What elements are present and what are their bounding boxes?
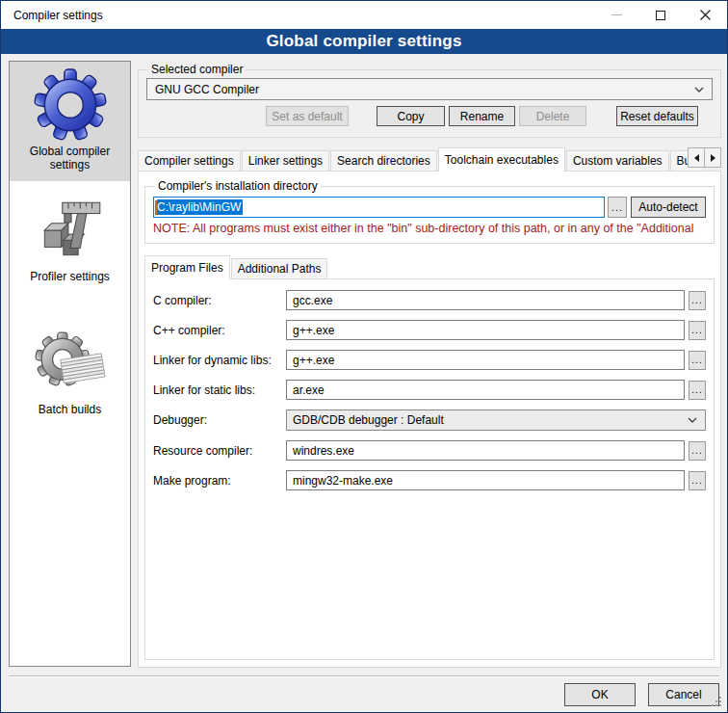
- tab-scroll-left-button[interactable]: [688, 147, 705, 168]
- debugger-select[interactable]: GDB/CDB debugger : Default: [286, 409, 706, 431]
- cpp-compiler-input[interactable]: g++.exe: [286, 320, 685, 340]
- sidebar-item-label: Global compiler settings: [13, 145, 126, 172]
- c-compiler-browse-button[interactable]: ...: [689, 291, 706, 310]
- chevron-down-icon: [694, 87, 704, 92]
- ok-button[interactable]: OK: [564, 683, 636, 706]
- browse-directory-button[interactable]: ...: [608, 197, 627, 218]
- auto-detect-button[interactable]: Auto-detect: [631, 197, 706, 218]
- window-title: Compiler settings: [1, 9, 103, 22]
- sidebar-item-label: Batch builds: [13, 403, 126, 416]
- tab-custom-variables[interactable]: Custom variables: [566, 150, 669, 171]
- make-program-input[interactable]: mingw32-make.exe: [286, 470, 685, 490]
- minimize-icon: [611, 14, 622, 15]
- close-button[interactable]: [683, 1, 727, 29]
- make-program-browse-button[interactable]: ...: [689, 471, 706, 490]
- field-label: Resource compiler:: [153, 444, 286, 458]
- minimize-button[interactable]: [594, 1, 638, 29]
- program-tabs: Program Files Additional Paths: [144, 254, 715, 278]
- tab-compiler-settings[interactable]: Compiler settings: [138, 150, 241, 171]
- c-compiler-input[interactable]: gcc.exe: [286, 290, 685, 310]
- linker-dynamic-browse-button[interactable]: ...: [689, 351, 706, 370]
- c-compiler-row: C compiler: gcc.exe ...: [153, 290, 706, 310]
- field-value: ar.exe: [293, 383, 325, 397]
- installation-directory-group-label: Compiler's installation directory: [155, 179, 321, 193]
- tab-scroll-arrows: [688, 147, 721, 168]
- cpp-compiler-row: C++ compiler: g++.exe ...: [153, 320, 706, 340]
- sidebar-item-global-compiler-settings[interactable]: Global compiler settings: [10, 62, 130, 181]
- debugger-select-value: GDB/CDB debugger : Default: [293, 413, 444, 427]
- debugger-row: Debugger: GDB/CDB debugger : Default: [153, 409, 706, 431]
- bin-subdirectory-note: NOTE: All programs must exist either in …: [153, 222, 706, 235]
- compiler-select[interactable]: GNU GCC Compiler: [146, 78, 713, 100]
- settings-category-list: Global compiler settings: [9, 61, 131, 667]
- field-label: C compiler:: [153, 294, 286, 307]
- arrow-left-icon: [694, 154, 699, 162]
- arrow-right-icon: [711, 154, 715, 162]
- tab-scroll-right-button[interactable]: [704, 147, 721, 168]
- tab-additional-paths[interactable]: Additional Paths: [231, 258, 328, 278]
- tab-search-directories[interactable]: Search directories: [330, 150, 437, 171]
- installation-directory-group: Compiler's installation directory C:\ray…: [144, 179, 715, 244]
- titlebar: Compiler settings: [1, 1, 727, 29]
- installation-directory-row: C:\raylib\MinGW ... Auto-detect: [153, 197, 706, 218]
- linker-static-row: Linker for static libs: ar.exe ...: [153, 380, 706, 400]
- cpp-compiler-browse-button[interactable]: ...: [689, 321, 706, 340]
- field-value: g++.exe: [293, 324, 334, 337]
- installation-directory-input[interactable]: C:\raylib\MinGW: [153, 197, 605, 218]
- compiler-buttons-row: Set as default Copy Rename Delete Reset …: [146, 106, 713, 126]
- cancel-button[interactable]: Cancel: [648, 683, 719, 706]
- reset-defaults-button[interactable]: Reset defaults: [616, 106, 698, 126]
- copy-button[interactable]: Copy: [377, 106, 445, 126]
- maximize-icon: [656, 11, 665, 20]
- dialog-banner: Global compiler settings: [1, 29, 727, 54]
- program-files-page: C compiler: gcc.exe ... C++ compiler: g+…: [144, 278, 715, 660]
- field-label: Linker for static libs:: [153, 383, 286, 397]
- field-value: mingw32-make.exe: [293, 474, 393, 488]
- field-value: gcc.exe: [293, 294, 332, 307]
- maximize-button[interactable]: [638, 1, 683, 29]
- gray-gear-stack-icon: [33, 326, 108, 401]
- tab-toolchain-executables[interactable]: Toolchain executables: [438, 147, 565, 172]
- set-as-default-button[interactable]: Set as default: [266, 106, 349, 126]
- installation-directory-value: C:\raylib\MinGW: [157, 199, 243, 215]
- resource-compiler-input[interactable]: windres.exe: [286, 440, 685, 461]
- compiler-select-value: GNU GCC Compiler: [155, 83, 259, 96]
- delete-button[interactable]: Delete: [519, 106, 586, 126]
- resource-compiler-browse-button[interactable]: ...: [689, 441, 706, 461]
- field-label: Debugger:: [153, 413, 286, 427]
- footer-divider: [9, 675, 719, 677]
- selected-compiler-group: Selected compiler GNU GCC Compiler Set a…: [138, 63, 721, 138]
- field-value: windres.exe: [293, 444, 354, 458]
- settings-tabs: Compiler settings Linker settings Search…: [138, 146, 721, 171]
- linker-dynamic-input[interactable]: g++.exe: [286, 350, 685, 370]
- close-icon: [700, 10, 711, 20]
- sidebar-item-profiler-settings[interactable]: Profiler settings: [10, 187, 130, 293]
- resource-compiler-row: Resource compiler: windres.exe ...: [153, 440, 706, 461]
- rename-button[interactable]: Rename: [449, 106, 515, 126]
- field-value: g++.exe: [293, 354, 334, 367]
- toolchain-executables-page: Compiler's installation directory C:\ray…: [138, 171, 721, 668]
- linker-static-browse-button[interactable]: ...: [689, 381, 706, 400]
- field-label: Make program:: [153, 474, 286, 488]
- main-panel: Selected compiler GNU GCC Compiler Set a…: [138, 61, 721, 667]
- tab-program-files[interactable]: Program Files: [144, 255, 230, 279]
- linker-static-input[interactable]: ar.exe: [286, 380, 685, 400]
- compiler-settings-window: Compiler settings Global compiler settin…: [0, 0, 728, 713]
- selected-compiler-group-label: Selected compiler: [148, 63, 246, 76]
- make-program-row: Make program: mingw32-make.exe ...: [153, 470, 706, 490]
- field-label: Linker for dynamic libs:: [153, 354, 286, 367]
- chevron-down-icon: [688, 417, 697, 423]
- blue-gear-icon: [33, 67, 108, 143]
- caliper-icon: [33, 193, 108, 268]
- sidebar-item-batch-builds[interactable]: Batch builds: [10, 320, 130, 426]
- linker-dynamic-row: Linker for dynamic libs: g++.exe ...: [153, 350, 706, 370]
- field-label: C++ compiler:: [153, 324, 286, 337]
- tab-linker-settings[interactable]: Linker settings: [242, 150, 329, 171]
- sidebar-item-label: Profiler settings: [13, 270, 126, 283]
- window-controls: [594, 1, 727, 29]
- resize-grip[interactable]: [712, 697, 714, 699]
